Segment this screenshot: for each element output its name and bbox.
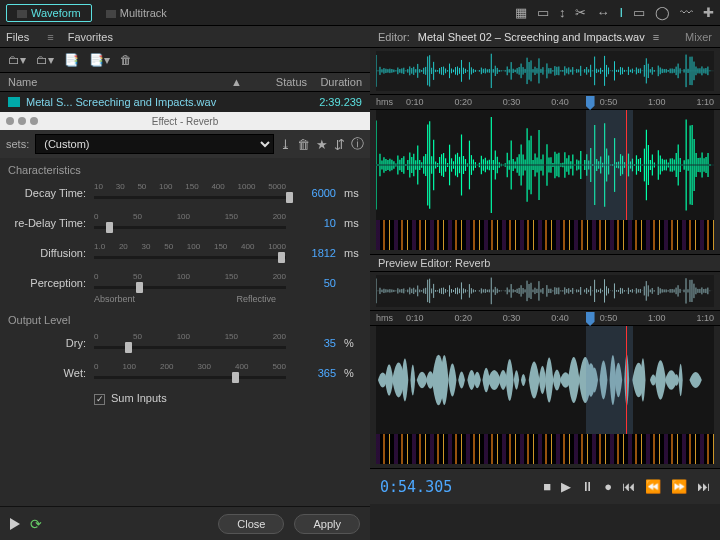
time-select-icon[interactable]: I bbox=[619, 5, 623, 20]
tab-favorites[interactable]: Favorites bbox=[68, 31, 113, 43]
pause-button-icon[interactable]: ⏸ bbox=[581, 479, 594, 494]
import-icon[interactable]: 📑 bbox=[64, 53, 79, 67]
wet-slider[interactable]: 0100200300400500 bbox=[94, 362, 286, 384]
apply-button[interactable]: Apply bbox=[294, 514, 360, 534]
delete-file-icon[interactable]: 🗑 bbox=[120, 53, 132, 67]
preview-overview[interactable] bbox=[376, 275, 714, 307]
sum-inputs-checkbox-icon[interactable]: ✓ bbox=[94, 394, 105, 405]
editor-column: Editor: Metal Sheet 02 – Screeching and … bbox=[370, 26, 720, 540]
preset-row: sets: (Custom) ⤓ 🗑 ★ ⇵ ⓘ bbox=[0, 130, 370, 158]
playhead[interactable] bbox=[626, 326, 627, 434]
slip-tool-icon[interactable]: ↔ bbox=[596, 5, 609, 20]
main-timeline-ruler[interactable]: hms 0:100:200:300:400:501:001:10 bbox=[370, 94, 720, 110]
rewind-icon[interactable]: ⏪ bbox=[645, 479, 661, 494]
editor-tab-menu-icon[interactable]: ≡ bbox=[653, 31, 659, 43]
preview-waveform[interactable] bbox=[376, 326, 714, 434]
open-file-icon[interactable]: 🗀▾ bbox=[8, 53, 26, 67]
dry-slider[interactable]: 050100150200 bbox=[94, 332, 286, 354]
brush-icon[interactable]: 〰 bbox=[680, 5, 693, 20]
main-waveform[interactable] bbox=[376, 110, 714, 220]
mode-tab-multitrack[interactable]: Multitrack bbox=[96, 5, 177, 21]
dry-label: Dry: bbox=[8, 337, 86, 349]
file-row-name: Metal S... Screeching and Impacts.wav bbox=[26, 96, 307, 108]
dry-slider-row: Dry:05010015020035% bbox=[0, 328, 370, 358]
predelay-slider-row: re-Delay Time:05010015020010ms bbox=[0, 208, 370, 238]
preview-timeline-ruler[interactable]: hms 0:100:200:300:400:501:001:10 bbox=[370, 310, 720, 326]
lasso-icon[interactable]: ◯ bbox=[655, 5, 670, 20]
preview-spectrogram[interactable] bbox=[376, 434, 714, 464]
decay-slider-row: Decay Time:103050100150400100050006000ms bbox=[0, 178, 370, 208]
effect-dialog-titlebar[interactable]: Effect - Reverb bbox=[0, 112, 370, 130]
overview-waveform[interactable] bbox=[376, 51, 714, 91]
move-tool-icon[interactable]: ↕ bbox=[559, 5, 566, 20]
decay-label: Decay Time: bbox=[8, 187, 86, 199]
top-mode-bar: Waveform Multitrack ▦ ▭ ↕ ✂ ↔ I ▭ ◯ 〰 ✚ bbox=[0, 0, 720, 26]
save-preset-icon[interactable]: ⤓ bbox=[280, 137, 291, 152]
dry-value[interactable]: 35 bbox=[294, 337, 336, 349]
forward-icon[interactable]: ⏩ bbox=[671, 479, 687, 494]
heal-icon[interactable]: ✚ bbox=[703, 5, 714, 20]
insert-icon[interactable]: 📑▾ bbox=[89, 53, 110, 67]
preview-editor-header: Preview Editor: Reverb bbox=[370, 254, 720, 272]
mixer-tab[interactable]: Mixer bbox=[685, 31, 712, 43]
stop-button-icon[interactable]: ■ bbox=[543, 479, 551, 494]
editor-title-prefix: Editor: bbox=[378, 31, 410, 43]
record-button-icon[interactable]: ● bbox=[604, 479, 612, 494]
dialog-footer: ⟳ Close Apply bbox=[0, 506, 370, 540]
razor-tool-icon[interactable]: ✂ bbox=[575, 5, 586, 20]
file-header-status[interactable]: Status bbox=[252, 76, 307, 88]
top-tool-icons: ▦ ▭ ↕ ✂ ↔ I ▭ ◯ 〰 ✚ bbox=[515, 5, 714, 20]
wet-label: Wet: bbox=[8, 367, 86, 379]
audio-file-icon bbox=[8, 97, 20, 107]
tab-files[interactable]: Files bbox=[6, 31, 29, 43]
main-spectrogram[interactable] bbox=[376, 220, 714, 250]
perception-left-label: Absorbent bbox=[94, 294, 135, 304]
sum-inputs-row[interactable]: ✓Sum Inputs bbox=[0, 388, 370, 413]
decay-value[interactable]: 6000 bbox=[294, 187, 336, 199]
editor-filename: Metal Sheet 02 – Screeching and Impacts.… bbox=[418, 31, 645, 43]
wet-value[interactable]: 365 bbox=[294, 367, 336, 379]
preset-label: sets: bbox=[6, 138, 29, 150]
spectral-toggle-icon[interactable]: ▦ bbox=[515, 5, 527, 20]
preview-play-icon[interactable] bbox=[10, 518, 20, 530]
favorite-preset-icon[interactable]: ★ bbox=[316, 137, 328, 152]
file-header-name[interactable]: Name bbox=[8, 76, 231, 88]
file-toolbar: 🗀▾ 🗀▾ 📑 📑▾ 🗑 bbox=[0, 48, 370, 72]
delete-preset-icon[interactable]: 🗑 bbox=[297, 137, 310, 152]
effect-dialog-title: Effect - Reverb bbox=[152, 116, 219, 127]
playhead[interactable] bbox=[626, 110, 627, 220]
file-row[interactable]: Metal S... Screeching and Impacts.wav 2:… bbox=[0, 92, 370, 112]
left-column: Files ≡ Favorites 🗀▾ 🗀▾ 📑 📑▾ 🗑 Name ▲ St… bbox=[0, 26, 370, 540]
skip-back-icon[interactable]: ⏮ bbox=[622, 479, 635, 494]
predelay-label: re-Delay Time: bbox=[8, 217, 86, 229]
perception-value[interactable]: 50 bbox=[294, 277, 336, 289]
decay-slider[interactable]: 10305010015040010005000 bbox=[94, 182, 286, 204]
channel-map-icon[interactable]: ⇵ bbox=[334, 137, 345, 152]
record-file-icon[interactable]: 🗀▾ bbox=[36, 53, 54, 67]
diffusion-slider-row: Diffusion:1.020305010015040010001812ms bbox=[0, 238, 370, 268]
info-icon[interactable]: ⓘ bbox=[351, 135, 364, 153]
hud-toggle-icon[interactable]: ▭ bbox=[537, 5, 549, 20]
file-row-duration: 2:39.239 bbox=[307, 96, 362, 108]
perception-slider[interactable]: 050100150200 bbox=[94, 272, 286, 294]
diffusion-value[interactable]: 1812 bbox=[294, 247, 336, 259]
diffusion-label: Diffusion: bbox=[8, 247, 86, 259]
diffusion-slider[interactable]: 1.02030501001504001000 bbox=[94, 242, 286, 264]
preview-loop-icon[interactable]: ⟳ bbox=[30, 516, 42, 532]
output-level-title: Output Level bbox=[0, 308, 370, 328]
file-header-duration[interactable]: Duration bbox=[307, 76, 362, 88]
preset-dropdown[interactable]: (Custom) bbox=[35, 134, 274, 154]
files-tab-menu-icon[interactable]: ≡ bbox=[47, 31, 53, 43]
mode-tab-waveform[interactable]: Waveform bbox=[6, 4, 92, 22]
skip-fwd-icon[interactable]: ⏭ bbox=[697, 479, 710, 494]
predelay-value[interactable]: 10 bbox=[294, 217, 336, 229]
files-panel-tabs: Files ≡ Favorites bbox=[0, 26, 370, 48]
close-button[interactable]: Close bbox=[218, 514, 284, 534]
file-list-header: Name ▲ Status Duration bbox=[0, 72, 370, 92]
transport-time: 0:54.305 bbox=[380, 478, 452, 496]
wet-slider-row: Wet:0100200300400500365% bbox=[0, 358, 370, 388]
play-button-icon[interactable]: ▶ bbox=[561, 479, 571, 494]
perception-right-label: Reflective bbox=[236, 294, 276, 304]
predelay-slider[interactable]: 050100150200 bbox=[94, 212, 286, 234]
marquee-icon[interactable]: ▭ bbox=[633, 5, 645, 20]
